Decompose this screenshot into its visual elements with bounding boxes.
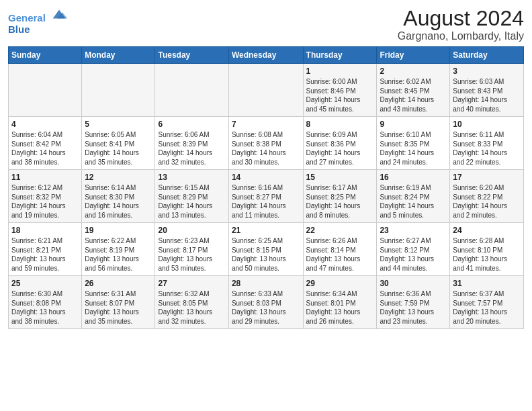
- day-info: Sunrise: 6:30 AMSunset: 8:08 PMDaylight:…: [11, 289, 79, 326]
- day-number: 17: [453, 173, 521, 182]
- day-info: Sunrise: 6:31 AMSunset: 8:07 PMDaylight:…: [85, 289, 152, 326]
- day-info: Sunrise: 6:27 AMSunset: 8:12 PMDaylight:…: [380, 236, 447, 273]
- calendar-week-3: 11Sunrise: 6:12 AMSunset: 8:32 PMDayligh…: [9, 170, 524, 223]
- calendar-cell: 20Sunrise: 6:23 AMSunset: 8:17 PMDayligh…: [155, 223, 228, 276]
- calendar-table: Sunday Monday Tuesday Wednesday Thursday…: [8, 46, 524, 329]
- logo-general: General: [8, 12, 46, 24]
- calendar-cell: 7Sunrise: 6:08 AMSunset: 8:38 PMDaylight…: [228, 117, 303, 170]
- day-number: 26: [85, 279, 152, 288]
- calendar-cell: 29Sunrise: 6:34 AMSunset: 8:01 PMDayligh…: [303, 276, 377, 329]
- calendar-cell: 21Sunrise: 6:25 AMSunset: 8:15 PMDayligh…: [228, 223, 303, 276]
- calendar-cell: 24Sunrise: 6:28 AMSunset: 8:10 PMDayligh…: [450, 223, 524, 276]
- day-number: 4: [11, 120, 79, 129]
- day-info: Sunrise: 6:11 AMSunset: 8:33 PMDaylight:…: [453, 130, 521, 167]
- day-info: Sunrise: 6:22 AMSunset: 8:19 PMDaylight:…: [85, 236, 152, 273]
- logo-icon: [50, 7, 69, 21]
- calendar-cell: 1Sunrise: 6:00 AMSunset: 8:46 PMDaylight…: [303, 64, 377, 117]
- calendar-cell: 2Sunrise: 6:02 AMSunset: 8:45 PMDaylight…: [377, 64, 450, 117]
- calendar-cell: 15Sunrise: 6:17 AMSunset: 8:25 PMDayligh…: [303, 170, 377, 223]
- day-number: 2: [380, 66, 447, 76]
- calendar-cell: 13Sunrise: 6:15 AMSunset: 8:29 PMDayligh…: [155, 170, 228, 223]
- day-number: 31: [453, 279, 521, 288]
- day-info: Sunrise: 6:10 AMSunset: 8:35 PMDaylight:…: [380, 130, 447, 167]
- day-number: 7: [232, 120, 300, 129]
- day-info: Sunrise: 6:37 AMSunset: 7:57 PMDaylight:…: [453, 289, 521, 326]
- calendar-cell: 5Sunrise: 6:05 AMSunset: 8:41 PMDaylight…: [82, 117, 155, 170]
- page-container: General Blue August 2024 Gargnano, Lomba…: [0, 0, 532, 334]
- day-number: 11: [11, 173, 79, 182]
- day-number: 20: [158, 226, 225, 235]
- day-number: 19: [85, 226, 152, 235]
- day-info: Sunrise: 6:21 AMSunset: 8:21 PMDaylight:…: [11, 236, 79, 273]
- calendar-cell: 23Sunrise: 6:27 AMSunset: 8:12 PMDayligh…: [377, 223, 450, 276]
- day-info: Sunrise: 6:09 AMSunset: 8:36 PMDaylight:…: [306, 130, 374, 167]
- calendar-cell: [155, 64, 228, 117]
- day-info: Sunrise: 6:28 AMSunset: 8:10 PMDaylight:…: [453, 236, 521, 273]
- logo-text: General: [8, 7, 69, 24]
- calendar-body: 1Sunrise: 6:00 AMSunset: 8:46 PMDaylight…: [9, 64, 524, 329]
- calendar-week-4: 18Sunrise: 6:21 AMSunset: 8:21 PMDayligh…: [9, 223, 524, 276]
- day-info: Sunrise: 6:20 AMSunset: 8:22 PMDaylight:…: [453, 183, 521, 220]
- calendar-cell: 25Sunrise: 6:30 AMSunset: 8:08 PMDayligh…: [9, 276, 82, 329]
- day-info: Sunrise: 6:25 AMSunset: 8:15 PMDaylight:…: [232, 236, 300, 273]
- calendar-cell: 30Sunrise: 6:36 AMSunset: 7:59 PMDayligh…: [377, 276, 450, 329]
- calendar-cell: 18Sunrise: 6:21 AMSunset: 8:21 PMDayligh…: [9, 223, 82, 276]
- col-thursday: Thursday: [303, 47, 377, 64]
- page-subtitle: Gargnano, Lombardy, Italy: [398, 30, 524, 42]
- day-info: Sunrise: 6:15 AMSunset: 8:29 PMDaylight:…: [158, 183, 225, 220]
- calendar-cell: 6Sunrise: 6:06 AMSunset: 8:39 PMDaylight…: [155, 117, 228, 170]
- day-number: 3: [453, 66, 521, 76]
- day-info: Sunrise: 6:08 AMSunset: 8:38 PMDaylight:…: [232, 130, 300, 167]
- day-number: 1: [306, 66, 374, 76]
- day-info: Sunrise: 6:34 AMSunset: 8:01 PMDaylight:…: [306, 289, 374, 326]
- day-info: Sunrise: 6:05 AMSunset: 8:41 PMDaylight:…: [85, 130, 152, 167]
- day-number: 25: [11, 279, 79, 288]
- day-info: Sunrise: 6:12 AMSunset: 8:32 PMDaylight:…: [11, 183, 79, 220]
- day-number: 6: [158, 120, 225, 129]
- day-info: Sunrise: 6:14 AMSunset: 8:30 PMDaylight:…: [85, 183, 152, 220]
- col-saturday: Saturday: [450, 47, 524, 64]
- calendar-cell: 26Sunrise: 6:31 AMSunset: 8:07 PMDayligh…: [82, 276, 155, 329]
- calendar-week-2: 4Sunrise: 6:04 AMSunset: 8:42 PMDaylight…: [9, 117, 524, 170]
- col-wednesday: Wednesday: [228, 47, 303, 64]
- day-info: Sunrise: 6:04 AMSunset: 8:42 PMDaylight:…: [11, 130, 79, 167]
- day-info: Sunrise: 6:16 AMSunset: 8:27 PMDaylight:…: [232, 183, 300, 220]
- calendar-week-1: 1Sunrise: 6:00 AMSunset: 8:46 PMDaylight…: [9, 64, 524, 117]
- day-number: 5: [85, 120, 152, 129]
- day-number: 9: [380, 120, 447, 129]
- day-number: 16: [380, 173, 447, 182]
- calendar-header-row: Sunday Monday Tuesday Wednesday Thursday…: [9, 47, 524, 64]
- calendar-cell: 4Sunrise: 6:04 AMSunset: 8:42 PMDaylight…: [9, 117, 82, 170]
- day-number: 13: [158, 173, 225, 182]
- calendar-cell: 8Sunrise: 6:09 AMSunset: 8:36 PMDaylight…: [303, 117, 377, 170]
- col-sunday: Sunday: [9, 47, 82, 64]
- day-number: 8: [306, 120, 374, 129]
- col-friday: Friday: [377, 47, 450, 64]
- day-number: 24: [453, 226, 521, 235]
- calendar-cell: 16Sunrise: 6:19 AMSunset: 8:24 PMDayligh…: [377, 170, 450, 223]
- day-info: Sunrise: 6:17 AMSunset: 8:25 PMDaylight:…: [306, 183, 374, 220]
- day-info: Sunrise: 6:06 AMSunset: 8:39 PMDaylight:…: [158, 130, 225, 167]
- calendar-cell: [9, 64, 82, 117]
- calendar-cell: 11Sunrise: 6:12 AMSunset: 8:32 PMDayligh…: [9, 170, 82, 223]
- calendar-cell: [228, 64, 303, 117]
- calendar-cell: [82, 64, 155, 117]
- day-number: 14: [232, 173, 300, 182]
- day-number: 21: [232, 226, 300, 235]
- day-number: 15: [306, 173, 374, 182]
- day-info: Sunrise: 6:03 AMSunset: 8:43 PMDaylight:…: [453, 77, 521, 113]
- calendar-cell: 28Sunrise: 6:33 AMSunset: 8:03 PMDayligh…: [228, 276, 303, 329]
- calendar-cell: 31Sunrise: 6:37 AMSunset: 7:57 PMDayligh…: [450, 276, 524, 329]
- calendar-cell: 27Sunrise: 6:32 AMSunset: 8:05 PMDayligh…: [155, 276, 228, 329]
- calendar-cell: 17Sunrise: 6:20 AMSunset: 8:22 PMDayligh…: [450, 170, 524, 223]
- logo: General Blue: [8, 7, 69, 35]
- calendar-cell: 10Sunrise: 6:11 AMSunset: 8:33 PMDayligh…: [450, 117, 524, 170]
- day-info: Sunrise: 6:00 AMSunset: 8:46 PMDaylight:…: [306, 77, 374, 113]
- day-info: Sunrise: 6:23 AMSunset: 8:17 PMDaylight:…: [158, 236, 225, 273]
- header: General Blue August 2024 Gargnano, Lomba…: [8, 7, 524, 42]
- day-info: Sunrise: 6:33 AMSunset: 8:03 PMDaylight:…: [232, 289, 300, 326]
- calendar-cell: 19Sunrise: 6:22 AMSunset: 8:19 PMDayligh…: [82, 223, 155, 276]
- day-info: Sunrise: 6:36 AMSunset: 7:59 PMDaylight:…: [380, 289, 447, 326]
- day-number: 27: [158, 279, 225, 288]
- col-monday: Monday: [82, 47, 155, 64]
